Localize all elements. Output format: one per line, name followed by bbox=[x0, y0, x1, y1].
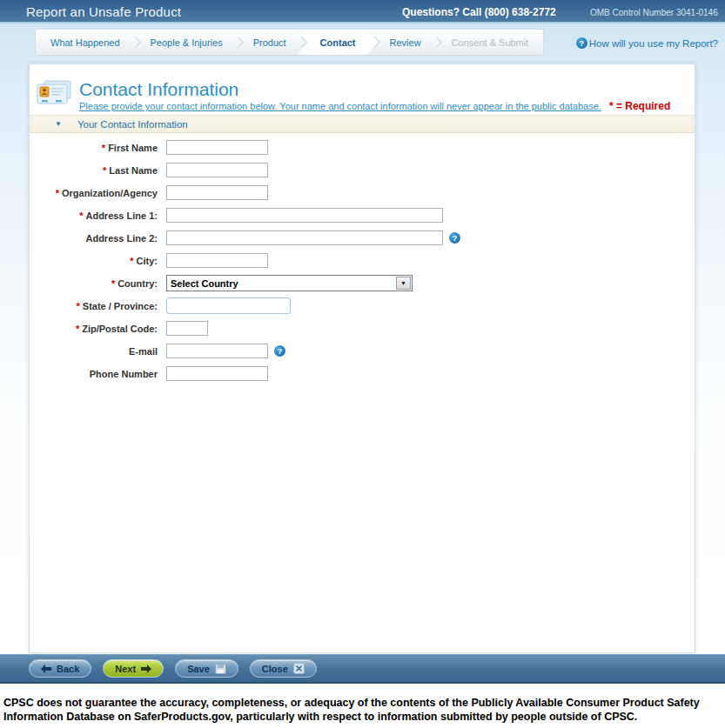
next-button-label: Next bbox=[115, 664, 136, 674]
arrow-left-icon bbox=[41, 665, 51, 673]
questions-phone: Questions? Call (800) 638-2772 bbox=[402, 6, 556, 18]
contact-form: *First Name *Last Name *Organization/Age… bbox=[30, 140, 695, 389]
content-card: Contact Information Please provide your … bbox=[29, 63, 695, 653]
question-mark-icon: ? bbox=[576, 37, 587, 49]
city-input[interactable] bbox=[166, 253, 268, 268]
step-people-injuries[interactable]: People & Injuries bbox=[141, 30, 232, 55]
form-row-address1: *Address Line 1: bbox=[30, 208, 695, 223]
chevron-separator-icon bbox=[296, 37, 307, 48]
form-row-state: *State / Province: bbox=[30, 298, 695, 313]
required-asterisk: * bbox=[76, 324, 79, 334]
step-review[interactable]: Review bbox=[380, 30, 431, 55]
save-button-label: Save bbox=[187, 664, 210, 674]
last-name-input[interactable] bbox=[166, 163, 268, 177]
save-floppy-icon bbox=[215, 664, 226, 674]
footer: CPSC does not guarantee the accuracy, co… bbox=[0, 685, 725, 728]
required-asterisk: * bbox=[130, 256, 133, 266]
zip-postal-label: Zip/Postal Code: bbox=[82, 324, 158, 334]
collapse-triangle-icon[interactable]: ▼ bbox=[55, 120, 62, 128]
email-help-icon[interactable]: ? bbox=[274, 345, 285, 357]
wizard-steps: What Happened People & Injuries Product … bbox=[35, 29, 544, 56]
section-title: Your Contact Information bbox=[77, 119, 188, 130]
phone-number-label: Phone Number bbox=[90, 369, 158, 379]
form-row-organization: *Organization/Agency bbox=[30, 185, 695, 200]
help-link-label: How will you use my Report? bbox=[589, 38, 718, 49]
omb-control-number: OMB Control Number 3041-0146 bbox=[590, 8, 718, 17]
step-product[interactable]: Product bbox=[244, 30, 296, 55]
address-line1-input[interactable] bbox=[166, 208, 443, 223]
your-contact-information-section-header[interactable]: ▼ Your Contact Information bbox=[30, 115, 695, 133]
contact-card-icon bbox=[37, 80, 71, 110]
page-subtitle: Please provide your contact information … bbox=[79, 101, 601, 111]
address-line2-input[interactable] bbox=[166, 230, 443, 245]
subtitle-row: Please provide your contact information … bbox=[79, 100, 686, 112]
step-what-happened[interactable]: What Happened bbox=[41, 30, 130, 55]
organization-label: Organization/Agency bbox=[62, 188, 158, 198]
phone-number-input[interactable] bbox=[166, 366, 268, 381]
city-label: City: bbox=[137, 256, 158, 266]
app-header: Report an Unsafe Product Questions? Call… bbox=[0, 0, 725, 23]
form-row-email: E-mail ? bbox=[30, 344, 695, 358]
cpsc-disclaimer: CPSC does not guarantee the accuracy, co… bbox=[3, 696, 720, 725]
chevron-separator-icon bbox=[130, 37, 141, 48]
required-asterisk: * bbox=[56, 188, 59, 198]
required-legend: * = Required bbox=[609, 100, 670, 112]
first-name-input[interactable] bbox=[166, 140, 268, 155]
close-x-icon bbox=[293, 663, 305, 674]
step-contact-active[interactable]: Contact bbox=[298, 30, 379, 55]
required-asterisk: * bbox=[103, 165, 106, 176]
zip-postal-input[interactable] bbox=[166, 321, 208, 336]
app-title: Report an Unsafe Product bbox=[26, 4, 181, 19]
address-line2-label: Address Line 2: bbox=[85, 233, 158, 244]
form-row-country: *Country: Select Country ▼ bbox=[30, 276, 695, 291]
step-consent-submit: Consent & Submit bbox=[442, 30, 539, 55]
close-button[interactable]: Close bbox=[250, 659, 317, 678]
form-row-first-name: *First Name bbox=[30, 140, 695, 155]
required-asterisk: * bbox=[79, 210, 83, 221]
save-button[interactable]: Save bbox=[175, 659, 238, 678]
state-province-label: State / Province: bbox=[83, 301, 158, 311]
country-selected-value: Select Country bbox=[167, 278, 396, 289]
email-input[interactable] bbox=[166, 344, 268, 358]
next-button[interactable]: Next bbox=[103, 659, 164, 678]
required-asterisk: * bbox=[102, 143, 105, 153]
arrow-right-icon bbox=[141, 665, 151, 673]
address-line1-label: Address Line 1: bbox=[85, 210, 158, 221]
report-unsafe-product-page: Report an Unsafe Product Questions? Call… bbox=[0, 0, 725, 728]
organization-input[interactable] bbox=[166, 185, 268, 200]
email-label: E-mail bbox=[129, 346, 158, 357]
form-row-city: *City: bbox=[30, 253, 695, 268]
required-asterisk: * bbox=[111, 278, 115, 289]
close-button-label: Close bbox=[262, 664, 288, 674]
state-province-input[interactable] bbox=[166, 297, 291, 314]
country-label: Country: bbox=[117, 278, 158, 289]
back-button[interactable]: Back bbox=[29, 659, 91, 678]
chevron-separator-icon bbox=[431, 37, 442, 48]
form-row-phone: Phone Number bbox=[30, 366, 695, 381]
country-select[interactable]: Select Country ▼ bbox=[166, 275, 413, 291]
back-button-label: Back bbox=[57, 664, 79, 674]
bottom-toolbar: Back Next Save Close bbox=[0, 654, 725, 684]
first-name-label: First Name bbox=[108, 143, 158, 153]
last-name-label: Last Name bbox=[109, 165, 158, 176]
dropdown-arrow-icon[interactable]: ▼ bbox=[396, 277, 411, 290]
form-row-zip: *Zip/Postal Code: bbox=[30, 321, 695, 336]
chevron-separator-icon bbox=[232, 37, 244, 48]
form-row-address2: Address Line 2: ? bbox=[30, 230, 695, 245]
required-asterisk: * bbox=[77, 301, 80, 311]
address-line2-help-icon[interactable]: ? bbox=[449, 232, 460, 244]
how-will-you-use-report-link[interactable]: ? How will you use my Report? bbox=[576, 37, 718, 49]
page-title: Contact Information bbox=[79, 79, 238, 100]
form-row-last-name: *Last Name bbox=[30, 163, 695, 177]
